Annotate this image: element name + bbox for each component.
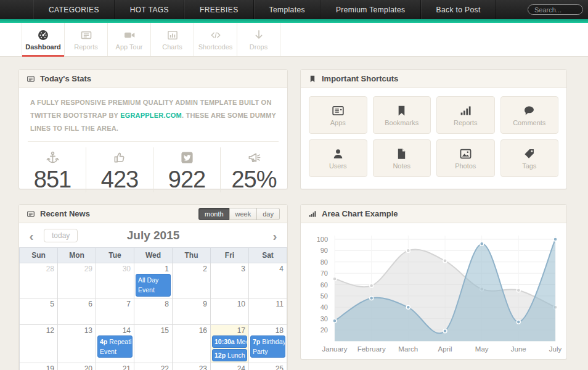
calendar-next-icon[interactable]: › [270,229,280,242]
calendar-day-cell[interactable]: 6 [58,298,96,324]
shortcut-tags[interactable]: Tags [500,139,559,177]
nav-item[interactable]: Premium Templates [321,0,421,19]
tab-reports[interactable]: Reports [65,23,108,56]
calendar-day-cell[interactable]: 144pRepeating Event [96,324,134,363]
shortcuts-header: Important Shortcuts [301,70,566,88]
calendar-day-header: Fri [211,248,249,263]
left-column: Today's Stats A FULLY RESPONSIVE PREMIUM… [18,69,288,370]
day-number: 3 [211,263,248,274]
calendar-day-cell[interactable]: 20 [58,363,96,370]
calendar-day-cell[interactable]: 16 [173,324,211,363]
svg-text:50: 50 [321,292,328,300]
shortcut-comments[interactable]: Comments [500,96,559,134]
calendar-day-cell[interactable]: 4 [249,263,287,298]
nav-item[interactable]: Templates [254,0,321,19]
stats-row: 851 423 922 25% [19,147,287,193]
calendar-today-button[interactable]: today [44,229,78,242]
calendar-view-week[interactable]: week [229,208,258,220]
tab-label: Dashboard [25,43,60,51]
bookmarks-icon [395,104,408,117]
calendar-day-cell[interactable]: 30 [96,263,134,298]
day-number: 14 [96,325,134,335]
calendar-day-cell[interactable]: 10 [211,298,249,324]
anchor-icon [46,150,60,165]
svg-text:20: 20 [321,326,328,334]
calendar-event[interactable]: 12pLunch [212,349,247,361]
shortcut-label: Photos [455,162,476,170]
svg-text:100: 100 [317,236,328,243]
calendar-prev-icon[interactable]: ‹ [27,229,36,242]
day-number: 11 [249,298,287,309]
day-number: 21 [96,363,134,370]
calendar-day-cell[interactable]: 13 [58,324,96,363]
calendar-event[interactable]: 10:30aMeeting [212,335,247,348]
tab-charts[interactable]: Charts [151,23,194,56]
calendar-day-header: Thu [173,248,211,263]
charts-icon [166,29,179,41]
shortcut-grid: Apps Bookmarks Reports Comments Users No… [301,88,566,185]
calendar-day-header: Tue [96,248,134,263]
nav-item[interactable]: Back to Post [421,0,496,19]
calendar-day-cell[interactable]: 28 [20,263,58,298]
calendar-day-cell[interactable]: 21 [96,363,134,370]
shortcut-users[interactable]: Users [309,139,367,177]
shortcut-bookmarks[interactable]: Bookmarks [373,96,431,134]
nav-item[interactable]: CATEGORIES [33,0,115,19]
calendar-day-cell[interactable]: 9 [173,298,211,324]
shortcut-label: Comments [513,119,545,126]
calendar-day-cell[interactable]: 11 [249,298,287,324]
twitter-icon [180,150,194,165]
shortcut-reports[interactable]: Reports [436,96,495,134]
svg-text:60: 60 [321,281,328,289]
calendar-event[interactable]: All Day Event [136,274,171,297]
shortcut-photos[interactable]: Photos [436,139,495,177]
stat-value: 423 [86,167,153,193]
calendar-day-cell[interactable]: 25 [249,363,287,370]
calendar-day-cell[interactable]: 1All Day Event [134,263,173,298]
reports-icon [80,29,92,41]
tab-shortcodes[interactable]: Shortcodes [194,23,237,56]
top-nav-menu: CATEGORIESHOT TAGSFREEBIESTemplatesPremi… [33,0,496,19]
calendar-event[interactable]: 7pBirthday Party [250,335,285,358]
stat-value: 851 [19,167,86,193]
calendar-day-cell[interactable]: 23 [173,363,211,370]
shortcut-notes[interactable]: Notes [373,139,431,177]
tab-label: App Tour [116,43,143,51]
stat-item: 922 [153,147,220,193]
calendar-day-cell[interactable]: 29 [58,263,96,298]
day-number: 23 [173,363,210,370]
nav-item[interactable]: FREEBIES [184,0,254,19]
calendar-day-cell[interactable]: 5 [20,298,58,324]
nav-item[interactable]: HOT TAGS [115,0,184,19]
tab-dashboard[interactable]: Dashboard [22,23,65,56]
tab-drops[interactable]: Drops [237,23,280,56]
tab-app-tour[interactable]: App Tour [108,23,151,56]
calendar-view-day[interactable]: day [256,208,280,220]
calendar-day-cell[interactable]: 187pBirthday Party [249,324,287,363]
calendar-day-cell[interactable]: 3 [211,263,249,298]
tab-label: Reports [74,43,98,51]
calendar-event[interactable]: 4pRepeating Event [97,335,133,358]
shortcut-label: Reports [454,119,478,126]
calendar-day-cell[interactable]: 15 [134,324,173,363]
calendar-week-row: 19 20 21 22 23 24 25 [20,363,287,370]
calendar-day-cell[interactable]: 2 [173,263,211,298]
right-column: Important Shortcuts Apps Bookmarks Repor… [300,69,567,360]
egrappler-link[interactable]: EGRAPPLER.COM [120,112,182,119]
calendar-day-cell[interactable]: 1710:30aMeeting12pLunch [211,324,249,363]
important-shortcuts-panel: Important Shortcuts Apps Bookmarks Repor… [300,69,567,189]
day-number: 7 [96,298,134,309]
calendar-day-cell[interactable]: 24 [211,363,249,370]
tags-icon [523,147,536,160]
search-input[interactable] [528,4,583,15]
svg-text:40: 40 [321,303,328,311]
photos-icon [459,147,472,160]
calendar-day-cell[interactable]: 8 [134,298,173,324]
calendar-day-cell[interactable]: 19 [20,363,58,370]
calendar-day-cell[interactable]: 7 [96,298,134,324]
svg-text:90: 90 [321,247,328,254]
calendar-view-month[interactable]: month [198,208,230,220]
calendar-day-cell[interactable]: 12 [20,324,58,363]
calendar-day-cell[interactable]: 22 [134,363,173,370]
shortcut-apps[interactable]: Apps [309,96,367,134]
